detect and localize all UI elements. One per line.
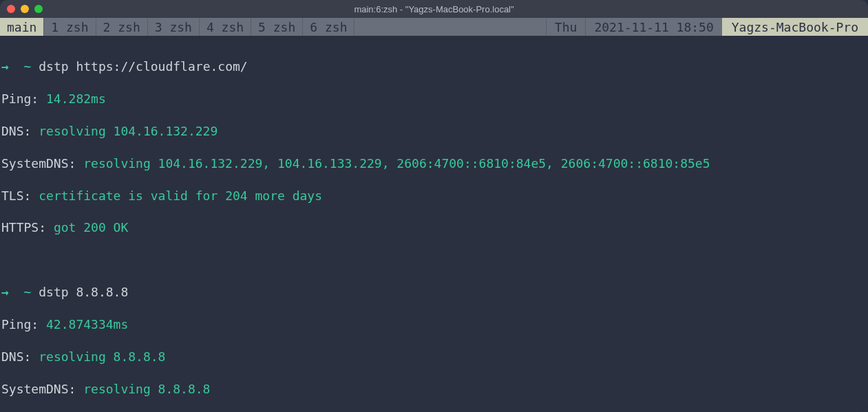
command-text: dstp https://cloudflare.com/ (39, 59, 247, 74)
output-label: HTTPS: (1, 220, 46, 235)
output-value: certificate is valid for 204 more days (39, 188, 322, 203)
tab-4[interactable]: 4 zsh (200, 18, 251, 36)
tabbar: main 1 zsh 2 zsh 3 zsh 4 zsh 5 zsh 6 zsh… (0, 18, 868, 36)
output-label: SystemDNS: (1, 382, 76, 396)
output-line: Ping: 42.874334ms (1, 316, 867, 332)
output-line: HTTPS: got 200 OK (1, 219, 867, 235)
blank-line (1, 252, 867, 268)
output-value: 42.874334ms (46, 317, 128, 332)
tab-2[interactable]: 2 zsh (96, 18, 148, 36)
output-value: 14.282ms (46, 91, 106, 106)
prompt-line: → ~ dstp https://cloudflare.com/ (1, 58, 867, 74)
tab-1[interactable]: 1 zsh (44, 18, 96, 36)
titlebar: main:6:zsh - "Yagzs-MacBook-Pro.local" (0, 0, 868, 18)
prompt-cwd: ~ (24, 59, 32, 74)
close-icon[interactable] (7, 5, 15, 13)
terminal-output[interactable]: → ~ dstp https://cloudflare.com/ Ping: 1… (0, 36, 868, 412)
output-label: TLS: (1, 188, 31, 203)
output-line: Ping: 14.282ms (1, 91, 867, 107)
prompt-cwd: ~ (24, 285, 32, 299)
output-line: DNS: resolving 8.8.8.8 (1, 349, 867, 365)
output-label: DNS: (1, 349, 31, 364)
output-value: resolving 8.8.8.8 (83, 382, 210, 396)
minimize-icon[interactable] (21, 5, 29, 13)
output-line: SystemDNS: resolving 8.8.8.8 (1, 381, 867, 397)
status-day: Thu (546, 18, 586, 36)
output-value: resolving 8.8.8.8 (39, 349, 165, 364)
tab-6[interactable]: 6 zsh (303, 18, 354, 36)
tabbar-spacer (354, 18, 545, 36)
output-value: resolving 104.16.132.229 (39, 124, 218, 138)
tab-main[interactable]: main (0, 18, 44, 36)
prompt-line: → ~ dstp 8.8.8.8 (1, 284, 867, 300)
output-label: DNS: (1, 124, 31, 138)
output-value: resolving 104.16.132.229, 104.16.133.229… (83, 156, 710, 171)
output-label: SystemDNS: (1, 156, 76, 171)
output-value: got 200 OK (54, 220, 128, 235)
prompt-arrow-icon: → (1, 285, 9, 299)
output-line: TLS: certificate is valid for 204 more d… (1, 188, 867, 204)
status-host: Yagzs-MacBook-Pro (722, 18, 868, 36)
prompt-arrow-icon: → (1, 59, 9, 74)
terminal-window: main:6:zsh - "Yagzs-MacBook-Pro.local" m… (0, 0, 868, 412)
status-datetime: 2021-11-11 18:50 (585, 18, 721, 36)
tab-5[interactable]: 5 zsh (251, 18, 303, 36)
traffic-lights (7, 5, 43, 13)
command-text: dstp 8.8.8.8 (39, 285, 128, 299)
output-line: DNS: resolving 104.16.132.229 (1, 123, 867, 139)
output-line: SystemDNS: resolving 104.16.132.229, 104… (1, 155, 867, 171)
window-title: main:6:zsh - "Yagzs-MacBook-Pro.local" (0, 4, 868, 14)
maximize-icon[interactable] (34, 5, 43, 13)
output-label: Ping: (1, 91, 39, 106)
tab-3[interactable]: 3 zsh (148, 18, 200, 36)
output-label: Ping: (1, 317, 39, 332)
